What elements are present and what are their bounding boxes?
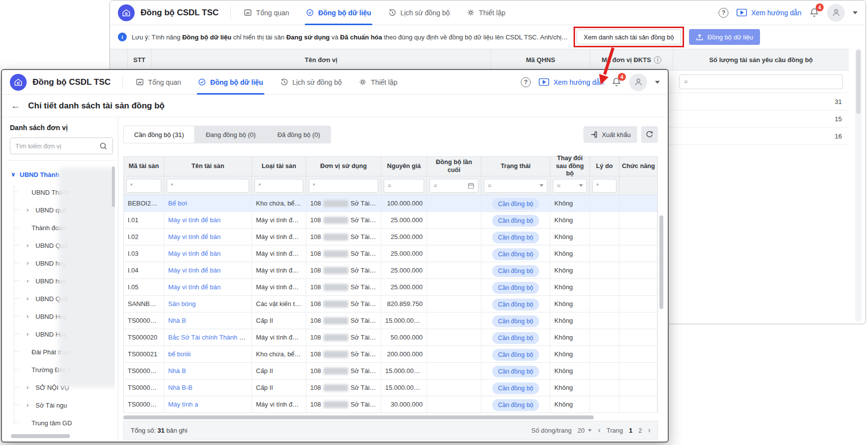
page-number[interactable]: 1 bbox=[629, 427, 632, 434]
notifications-button[interactable]: 4 bbox=[809, 7, 819, 18]
sidebar-hscrollbar-thumb[interactable] bbox=[11, 434, 70, 438]
count-filter-input[interactable]: = bbox=[679, 74, 843, 89]
asset-name-link[interactable]: Máy tính a bbox=[168, 401, 198, 408]
filter-loai-tai-san[interactable]: * bbox=[254, 179, 303, 193]
filter-nguyen-gia[interactable]: = bbox=[384, 179, 424, 193]
guide-link[interactable]: Xem hướng dẫn bbox=[539, 78, 604, 86]
asset-row[interactable]: TS000021_1 Nhà B Cấp II 108Sở Tài chính.… bbox=[124, 363, 657, 379]
asset-row[interactable]: TS000020 Bắc Sở Tài chính Thành Phố... M… bbox=[124, 329, 657, 346]
unit-search-input[interactable] bbox=[15, 142, 95, 150]
asset-row[interactable]: TS000026_2-... Máy tính a Máy vi tính để… bbox=[124, 396, 657, 413]
chevron-down-icon bbox=[579, 184, 583, 187]
info-icon[interactable] bbox=[654, 56, 661, 64]
guide-link[interactable]: Xem hướng dẫn bbox=[736, 8, 801, 17]
tree-caret-icon[interactable]: › bbox=[27, 206, 32, 213]
tree-caret-icon[interactable]: › bbox=[27, 295, 32, 302]
tree-caret-icon[interactable]: › bbox=[27, 331, 32, 338]
asset-name-link[interactable]: Bắc Sở Tài chính Thành Phố... bbox=[168, 334, 252, 341]
tree-caret-icon[interactable]: ∨ bbox=[11, 171, 16, 178]
back-scrollbar-thumb[interactable] bbox=[856, 50, 861, 114]
filter-ten-tai-san[interactable]: * bbox=[167, 179, 249, 193]
table-hscrollbar[interactable] bbox=[123, 415, 658, 420]
sync-data-button[interactable]: Đồng bộ dữ liệu bbox=[689, 29, 760, 45]
asset-reason bbox=[590, 312, 619, 329]
chevron-down-icon[interactable] bbox=[853, 11, 858, 14]
tree-caret-icon[interactable]: › bbox=[27, 242, 32, 249]
tab-dang-dong-bo[interactable]: Đang đồng bộ (0) bbox=[195, 126, 266, 143]
asset-name-link[interactable]: Nhà B-B bbox=[168, 384, 192, 391]
asset-row[interactable]: TS000023_1-... Nhà B-B Cấp II 108Sở Tài … bbox=[124, 379, 657, 396]
page-number[interactable]: 2 bbox=[638, 427, 642, 434]
asset-row[interactable]: I.03 Máy vi tính để bàn Máy vi tính để b… bbox=[124, 245, 657, 262]
tab-lich-su-dong-bo[interactable]: Lịch sử đồng bộ bbox=[388, 0, 450, 25]
asset-name-link[interactable]: Máy vi tính để bàn bbox=[168, 233, 220, 240]
asset-name-link[interactable]: Máy vi tính để bàn bbox=[168, 267, 220, 274]
asset-row[interactable]: TS000021 bể bơiiii Kho chứa, bể chứ... 1… bbox=[124, 346, 657, 363]
back-arrow-icon[interactable]: ← bbox=[11, 101, 20, 110]
asset-name-link[interactable]: Sân bóng bbox=[168, 300, 196, 308]
chevron-down-icon[interactable] bbox=[655, 81, 660, 84]
tab-tong-quan[interactable]: Tổng quan bbox=[136, 70, 181, 95]
view-sync-list-button[interactable]: Xem danh sách tài sản đồng bộ bbox=[577, 30, 682, 44]
asset-name-link[interactable]: Bể bơi bbox=[168, 200, 187, 207]
export-button[interactable]: Xuất khẩu bbox=[583, 126, 637, 143]
filter-dong-bo-lan-cuoi[interactable]: = bbox=[430, 179, 478, 193]
asset-last-sync bbox=[427, 195, 481, 212]
notifications-button[interactable]: 4 bbox=[612, 77, 621, 87]
filter-trang-thai[interactable]: = bbox=[484, 179, 547, 193]
asset-code: I.03 bbox=[124, 245, 164, 262]
tree-item-unit[interactable]: › Sở Tài ngu bbox=[7, 396, 115, 414]
asset-row[interactable]: BEBOI2022.01 Bể bơi Kho chứa, bể chứ... … bbox=[124, 195, 657, 212]
tree-caret-icon[interactable]: › bbox=[27, 313, 32, 320]
refresh-button[interactable] bbox=[641, 126, 658, 143]
back-scrollbar[interactable] bbox=[855, 49, 862, 322]
sidebar-scrollbar-thumb[interactable] bbox=[112, 167, 115, 207]
tree-item-unit[interactable]: Trung tâm GD bbox=[7, 414, 115, 432]
tree-caret-icon[interactable]: › bbox=[27, 277, 32, 284]
table-hscrollbar-thumb[interactable] bbox=[123, 415, 594, 419]
tab-dong-bo-du-lieu[interactable]: Đồng bộ dữ liệu bbox=[198, 70, 263, 95]
asset-row[interactable]: I.04 Máy vi tính để bàn Máy vi tính để b… bbox=[124, 262, 657, 279]
filter-don-vi[interactable]: * bbox=[309, 179, 378, 193]
tab-thiet-lap[interactable]: Thiết lập bbox=[467, 0, 506, 25]
col-dong-bo-lan-cuoi: Đồng bộ lần cuối bbox=[427, 157, 481, 176]
tab-can-dong-bo[interactable]: Cần đồng bộ (31) bbox=[123, 126, 195, 143]
avatar[interactable] bbox=[629, 73, 647, 91]
tree-caret-icon[interactable]: › bbox=[27, 260, 32, 267]
page-size-select[interactable]: 20 bbox=[578, 427, 592, 434]
asset-name-link[interactable]: Máy vi tính để bàn bbox=[168, 250, 220, 257]
tree-caret-icon[interactable]: › bbox=[27, 384, 32, 391]
help-icon[interactable] bbox=[521, 77, 531, 87]
asset-name-link[interactable]: bể bơiiii bbox=[168, 350, 190, 358]
redacted-text bbox=[324, 250, 348, 257]
asset-row[interactable]: I.01 Máy vi tính để bàn Máy vi tính để b… bbox=[124, 212, 657, 229]
filter-ly-do[interactable]: * bbox=[592, 179, 616, 193]
asset-row[interactable]: TS000012_1 Nhà B Cấp II 108Sở Tài chính.… bbox=[124, 312, 657, 329]
asset-changed: Không bbox=[550, 279, 590, 296]
asset-name-link[interactable]: Nhà B bbox=[168, 317, 186, 324]
asset-row[interactable]: I.02 Máy vi tính để bàn Máy vi tính để b… bbox=[124, 229, 657, 245]
asset-changed: Không bbox=[550, 329, 590, 346]
asset-name-link[interactable]: Máy vi tính để bàn bbox=[168, 216, 220, 224]
asset-row[interactable]: I.05 Máy vi tính để bàn Máy vi tính để b… bbox=[124, 279, 657, 296]
help-icon[interactable] bbox=[719, 8, 728, 18]
asset-name-link[interactable]: Nhà B bbox=[168, 367, 186, 375]
asset-type: Các vật kiến trúc... bbox=[252, 296, 306, 312]
asset-price: 100.000.000 bbox=[381, 195, 427, 212]
tab-thiet-lap[interactable]: Thiết lập bbox=[359, 70, 398, 95]
asset-name-link[interactable]: Máy vi tính để bàn bbox=[168, 283, 220, 291]
asset-row[interactable]: SANNB2024.01 Sân bóng Các vật kiến trúc.… bbox=[124, 296, 657, 312]
tab-lich-su-dong-bo[interactable]: Lịch sử đồng bộ bbox=[280, 70, 342, 95]
prev-page-button[interactable]: ‹ bbox=[598, 426, 600, 434]
avatar[interactable] bbox=[827, 4, 845, 22]
filter-thay-doi[interactable]: = bbox=[553, 179, 587, 193]
filter-ma-tai-san[interactable]: * bbox=[126, 179, 161, 193]
tab-dong-bo-du-lieu[interactable]: Đồng bộ dữ liệu bbox=[306, 0, 371, 25]
table-footer: Tổng số: 31 bản ghi Số dòng/trang 20 ‹ T… bbox=[123, 421, 658, 440]
status-badge: Cần đồng bộ bbox=[492, 215, 540, 227]
tab-tong-quan[interactable]: Tổng quan bbox=[244, 0, 289, 25]
table-scrollbar-thumb[interactable] bbox=[659, 215, 663, 309]
next-page-button[interactable]: › bbox=[648, 426, 651, 434]
tree-caret-icon[interactable]: › bbox=[27, 402, 32, 409]
tab-da-dong-bo[interactable]: Đã đồng bộ (0) bbox=[266, 126, 331, 143]
